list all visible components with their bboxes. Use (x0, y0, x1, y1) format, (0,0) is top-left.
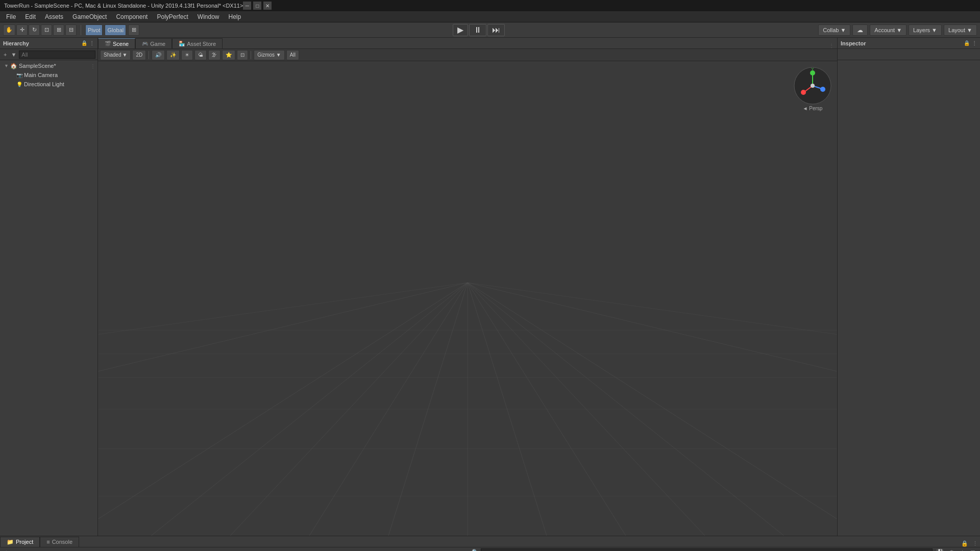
hierarchy-light-item[interactable]: 💡 Directional Light (0, 80, 97, 89)
scene-toolbar: Shaded ▼ 2D 🔊 ✨ ☀ 🌤 🌫 ⭐ ⊡ Gizmos ▼ All (98, 49, 837, 61)
bottom-more-icon[interactable]: ⋮ (972, 540, 978, 547)
account-button[interactable]: Account ▼ (870, 24, 906, 36)
rotate-tool[interactable]: ↻ (29, 24, 40, 36)
title-bar: TowerRun - SampleScene - PC, Mac & Linux… (0, 0, 980, 11)
search-icon: 🔍 (472, 549, 479, 551)
svg-point-32 (811, 84, 815, 88)
scene-tab-game[interactable]: 🎮 Game (135, 38, 172, 48)
account-label: Account ▼ (874, 27, 902, 33)
inspector-more-icon[interactable]: ⋮ (972, 40, 977, 46)
scene-grid (98, 61, 837, 536)
menu-assets[interactable]: Assets (41, 12, 67, 21)
menu-file[interactable]: File (2, 12, 20, 21)
star-btn[interactable]: ★ (958, 549, 967, 551)
project-more-btn[interactable]: ▼ (12, 549, 21, 551)
top-right-tools: Collab ▼ ☁ Account ▼ Layers ▼ Layout ▼ (818, 24, 977, 36)
sky-btn[interactable]: 🌤 (194, 50, 207, 60)
menu-window[interactable]: Window (193, 12, 224, 21)
hierarchy-lock[interactable]: 🔒 (81, 40, 87, 46)
hierarchy-scene-item[interactable]: ▼ 🏠 SampleScene* ⋮ (0, 61, 97, 70)
settings-btn[interactable]: ⚙ (947, 549, 956, 551)
hier-dropdown-btn[interactable]: ▼ (9, 52, 18, 58)
svg-text:X: X (802, 91, 805, 95)
title-bar-text: TowerRun - SampleScene - PC, Mac & Linux… (4, 3, 243, 9)
pp-btn[interactable]: ⊡ (237, 50, 248, 60)
hierarchy-header: Hierarchy 🔒 ⋮ (0, 38, 97, 49)
cloud-icon: ☁ (857, 27, 863, 34)
hand-tool[interactable]: ✋ (3, 24, 15, 36)
collab-button[interactable]: Collab ▼ (818, 24, 850, 36)
shading-dropdown[interactable]: Shaded ▼ (100, 50, 131, 60)
scene-tab-icon: 🎬 (105, 41, 111, 46)
game-tab-icon: 🎮 (142, 41, 148, 46)
sunlight-btn[interactable]: ☀ (181, 50, 193, 60)
mode-2d-button[interactable]: 2D (132, 50, 146, 60)
scene-folder-icon: 🏠 (10, 63, 17, 69)
svg-text:Z: Z (822, 88, 824, 92)
audio-btn[interactable]: 🔊 (152, 50, 165, 60)
scene-tool-sep-2 (251, 51, 251, 59)
scene-tab-scene[interactable]: 🎬 Scene (98, 38, 135, 48)
pivot-button[interactable]: Pivot (85, 24, 103, 36)
layers-button[interactable]: Layers ▼ (909, 24, 942, 36)
bottom-search-bar: + ▼ 🔍 💾 ⚙ ★ ⊞ (0, 547, 980, 552)
bottom-tabs: 📁 Project ≡ Console 🔒 ⋮ (0, 536, 980, 547)
scene-more-icon[interactable]: ⋮ (90, 63, 95, 69)
toggle-btn[interactable]: ⊞ (969, 549, 977, 551)
scale-tool[interactable]: ⊡ (41, 24, 52, 36)
hierarchy-title: Hierarchy (3, 40, 29, 46)
scene-arrow-icon: ▼ (4, 63, 10, 68)
hierarchy-search[interactable] (19, 51, 95, 59)
global-button[interactable]: Global (105, 24, 126, 36)
camera-icon: 📷 (16, 72, 22, 78)
all-label: All (290, 52, 296, 58)
move-tool[interactable]: ✛ (16, 24, 28, 36)
flares-btn[interactable]: ⭐ (222, 50, 235, 60)
pause-button[interactable]: ⏸ (469, 24, 486, 36)
scene-viewport[interactable]: Z X Y ◄ Persp (98, 61, 837, 536)
project-search-input[interactable] (481, 548, 933, 551)
menu-help[interactable]: Help (225, 12, 246, 21)
transform-tool[interactable]: ⊟ (65, 24, 77, 36)
fog-btn[interactable]: 🌫 (208, 50, 220, 60)
console-tab[interactable]: ≡ Console (40, 537, 79, 547)
menu-gameobject[interactable]: GameObject (68, 12, 111, 21)
gizmos-dropdown[interactable]: Gizmos ▼ (254, 50, 285, 60)
project-tab[interactable]: 📁 Project (0, 537, 40, 547)
shading-label: Shaded (104, 52, 121, 58)
scene-gizmo[interactable]: Z X Y ◄ Persp (792, 65, 833, 106)
minimize-button[interactable]: ─ (243, 2, 251, 10)
main-layout: Hierarchy 🔒 ⋮ + ▼ ▼ 🏠 SampleScene* ⋮ 📷 (0, 38, 980, 536)
project-add-btn[interactable]: + (3, 549, 10, 551)
hierarchy-more[interactable]: ⋮ (89, 40, 94, 46)
inspector-lock-icon[interactable]: 🔒 (964, 40, 970, 46)
inspector-content (838, 60, 980, 536)
effects-btn[interactable]: ✨ (166, 50, 180, 60)
scene-tabs-more-icon[interactable]: ⋮ (826, 43, 837, 48)
shading-arrow-icon: ▼ (122, 52, 127, 58)
rect-tool[interactable]: ⊞ (53, 24, 64, 36)
menu-bar: File Edit Assets GameObject Component Po… (0, 11, 980, 22)
gizmos-label: Gizmos ▼ (257, 52, 281, 58)
grid-button[interactable]: ⊞ (128, 24, 139, 36)
hier-add-btn[interactable]: + (2, 52, 8, 58)
all-dropdown[interactable]: All (286, 50, 299, 60)
step-button[interactable]: ⏭ (487, 24, 505, 36)
title-bar-controls: ─ □ ✕ (243, 2, 272, 10)
menu-component[interactable]: Component (112, 12, 152, 21)
menu-polyperfect[interactable]: PolyPerfect (153, 12, 192, 21)
save-layout-btn[interactable]: 💾 (935, 549, 945, 551)
light-name: Directional Light (24, 81, 64, 87)
hierarchy-panel: Hierarchy 🔒 ⋮ + ▼ ▼ 🏠 SampleScene* ⋮ 📷 (0, 38, 98, 536)
close-button[interactable]: ✕ (263, 2, 272, 10)
cloud-button[interactable]: ☁ (852, 24, 868, 36)
scene-tab-assetstore[interactable]: 🏪 Asset Store (172, 38, 223, 48)
restore-button[interactable]: □ (253, 2, 261, 10)
menu-edit[interactable]: Edit (21, 12, 40, 21)
persp-label: ◄ Persp (792, 106, 833, 111)
bottom-lock-icon[interactable]: 🔒 (961, 540, 968, 547)
layout-button[interactable]: Layout ▼ (944, 24, 977, 36)
play-button[interactable]: ▶ (453, 24, 468, 36)
inspector-title: Inspector (841, 40, 866, 46)
hierarchy-camera-item[interactable]: 📷 Main Camera (0, 70, 97, 80)
